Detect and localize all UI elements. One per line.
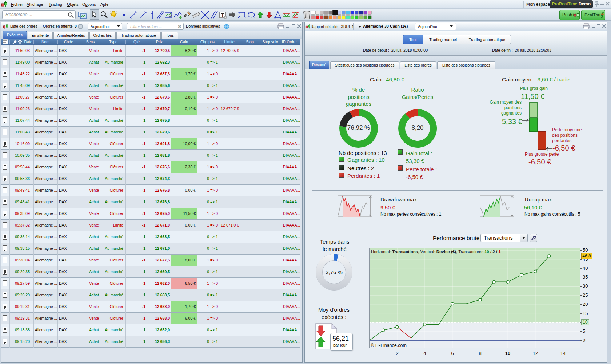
svg-text:T: T [221, 12, 224, 18]
